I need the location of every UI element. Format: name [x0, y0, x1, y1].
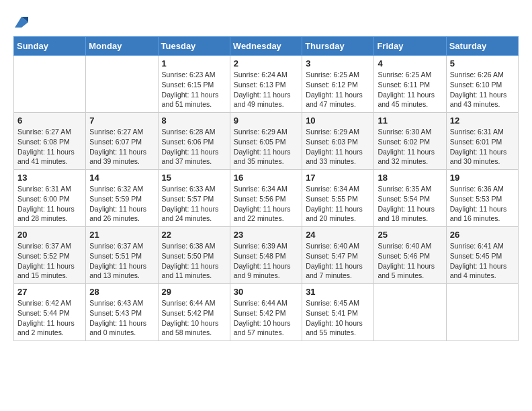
calendar-cell: 25Sunrise: 6:40 AM Sunset: 5:46 PM Dayli…	[374, 227, 446, 284]
calendar-week-row: 6Sunrise: 6:27 AM Sunset: 6:08 PM Daylig…	[14, 113, 519, 170]
calendar-week-row: 13Sunrise: 6:31 AM Sunset: 6:00 PM Dayli…	[14, 170, 519, 227]
calendar-cell: 16Sunrise: 6:34 AM Sunset: 5:56 PM Dayli…	[230, 170, 302, 227]
calendar-cell: 19Sunrise: 6:36 AM Sunset: 5:53 PM Dayli…	[446, 170, 518, 227]
calendar-cell: 4Sunrise: 6:25 AM Sunset: 6:11 PM Daylig…	[374, 56, 446, 113]
day-number: 8	[162, 116, 226, 126]
calendar-cell: 17Sunrise: 6:34 AM Sunset: 5:55 PM Dayli…	[302, 170, 374, 227]
day-number: 19	[450, 173, 515, 183]
day-info: Sunrise: 6:44 AM Sunset: 5:42 PM Dayligh…	[234, 298, 298, 338]
day-info: Sunrise: 6:34 AM Sunset: 5:55 PM Dayligh…	[306, 184, 370, 224]
calendar-body: 1Sunrise: 6:23 AM Sunset: 6:15 PM Daylig…	[14, 56, 519, 341]
day-info: Sunrise: 6:31 AM Sunset: 6:00 PM Dayligh…	[17, 184, 82, 224]
day-info: Sunrise: 6:41 AM Sunset: 5:45 PM Dayligh…	[450, 241, 515, 281]
calendar-cell: 18Sunrise: 6:35 AM Sunset: 5:54 PM Dayli…	[374, 170, 446, 227]
calendar-header-row: SundayMondayTuesdayWednesdayThursdayFrid…	[14, 37, 519, 56]
day-info: Sunrise: 6:30 AM Sunset: 6:02 PM Dayligh…	[378, 127, 442, 167]
calendar-cell: 28Sunrise: 6:43 AM Sunset: 5:43 PM Dayli…	[86, 284, 158, 341]
calendar-table: SundayMondayTuesdayWednesdayThursdayFrid…	[13, 36, 519, 341]
calendar-cell: 27Sunrise: 6:42 AM Sunset: 5:44 PM Dayli…	[14, 284, 86, 341]
day-number: 10	[306, 116, 370, 126]
calendar-day-header: Wednesday	[230, 37, 302, 56]
calendar-cell: 12Sunrise: 6:31 AM Sunset: 6:01 PM Dayli…	[446, 113, 518, 170]
day-number: 12	[450, 116, 515, 126]
calendar-cell: 24Sunrise: 6:40 AM Sunset: 5:47 PM Dayli…	[302, 227, 374, 284]
day-info: Sunrise: 6:44 AM Sunset: 5:42 PM Dayligh…	[162, 298, 226, 338]
day-info: Sunrise: 6:25 AM Sunset: 6:11 PM Dayligh…	[378, 70, 442, 109]
day-number: 31	[306, 287, 370, 297]
day-number: 26	[450, 230, 515, 240]
calendar-cell: 20Sunrise: 6:37 AM Sunset: 5:52 PM Dayli…	[14, 227, 86, 284]
day-info: Sunrise: 6:37 AM Sunset: 5:51 PM Dayligh…	[89, 241, 154, 281]
day-info: Sunrise: 6:37 AM Sunset: 5:52 PM Dayligh…	[17, 241, 82, 281]
day-number: 21	[89, 230, 154, 240]
calendar-cell: 30Sunrise: 6:44 AM Sunset: 5:42 PM Dayli…	[230, 284, 302, 341]
calendar-day-header: Thursday	[302, 37, 374, 56]
calendar-cell: 15Sunrise: 6:33 AM Sunset: 5:57 PM Dayli…	[158, 170, 230, 227]
day-info: Sunrise: 6:28 AM Sunset: 6:06 PM Dayligh…	[162, 127, 226, 167]
calendar-cell: 7Sunrise: 6:27 AM Sunset: 6:07 PM Daylig…	[86, 113, 158, 170]
day-number: 3	[306, 58, 370, 68]
calendar-cell: 22Sunrise: 6:38 AM Sunset: 5:50 PM Dayli…	[158, 227, 230, 284]
day-info: Sunrise: 6:23 AM Sunset: 6:15 PM Dayligh…	[162, 70, 226, 109]
calendar-week-row: 27Sunrise: 6:42 AM Sunset: 5:44 PM Dayli…	[14, 284, 519, 341]
page-header	[13, 13, 519, 30]
calendar-cell: 1Sunrise: 6:23 AM Sunset: 6:15 PM Daylig…	[158, 56, 230, 113]
day-number: 13	[17, 173, 82, 183]
calendar-cell: 14Sunrise: 6:32 AM Sunset: 5:59 PM Dayli…	[86, 170, 158, 227]
calendar-cell: 9Sunrise: 6:29 AM Sunset: 6:05 PM Daylig…	[230, 113, 302, 170]
calendar-cell: 13Sunrise: 6:31 AM Sunset: 6:00 PM Dayli…	[14, 170, 86, 227]
calendar-cell: 31Sunrise: 6:45 AM Sunset: 5:41 PM Dayli…	[302, 284, 374, 341]
calendar-cell: 26Sunrise: 6:41 AM Sunset: 5:45 PM Dayli…	[446, 227, 518, 284]
logo	[13, 13, 28, 30]
day-number: 5	[450, 58, 515, 68]
day-info: Sunrise: 6:42 AM Sunset: 5:44 PM Dayligh…	[17, 298, 82, 338]
calendar-day-header: Sunday	[14, 37, 86, 56]
calendar-cell: 8Sunrise: 6:28 AM Sunset: 6:06 PM Daylig…	[158, 113, 230, 170]
day-info: Sunrise: 6:32 AM Sunset: 5:59 PM Dayligh…	[89, 184, 154, 224]
day-info: Sunrise: 6:29 AM Sunset: 6:05 PM Dayligh…	[234, 127, 298, 167]
day-info: Sunrise: 6:39 AM Sunset: 5:48 PM Dayligh…	[234, 241, 298, 281]
day-info: Sunrise: 6:40 AM Sunset: 5:46 PM Dayligh…	[378, 241, 442, 281]
day-number: 17	[306, 173, 370, 183]
day-info: Sunrise: 6:31 AM Sunset: 6:01 PM Dayligh…	[450, 127, 515, 167]
day-number: 2	[234, 58, 298, 68]
day-info: Sunrise: 6:29 AM Sunset: 6:03 PM Dayligh…	[306, 127, 370, 167]
day-number: 9	[234, 116, 298, 126]
day-info: Sunrise: 6:35 AM Sunset: 5:54 PM Dayligh…	[378, 184, 442, 224]
calendar-cell: 5Sunrise: 6:26 AM Sunset: 6:10 PM Daylig…	[446, 56, 518, 113]
calendar-day-header: Friday	[374, 37, 446, 56]
day-number: 24	[306, 230, 370, 240]
calendar-cell: 2Sunrise: 6:24 AM Sunset: 6:13 PM Daylig…	[230, 56, 302, 113]
day-number: 30	[234, 287, 298, 297]
calendar-cell: 11Sunrise: 6:30 AM Sunset: 6:02 PM Dayli…	[374, 113, 446, 170]
day-number: 28	[89, 287, 154, 297]
day-number: 7	[89, 116, 154, 126]
day-number: 6	[17, 116, 82, 126]
calendar-cell: 6Sunrise: 6:27 AM Sunset: 6:08 PM Daylig…	[14, 113, 86, 170]
day-info: Sunrise: 6:25 AM Sunset: 6:12 PM Dayligh…	[306, 70, 370, 109]
day-number: 1	[162, 58, 226, 68]
calendar-week-row: 20Sunrise: 6:37 AM Sunset: 5:52 PM Dayli…	[14, 227, 519, 284]
day-info: Sunrise: 6:34 AM Sunset: 5:56 PM Dayligh…	[234, 184, 298, 224]
calendar-cell	[14, 56, 86, 113]
day-number: 15	[162, 173, 226, 183]
day-number: 18	[378, 173, 442, 183]
day-number: 14	[89, 173, 154, 183]
calendar-day-header: Saturday	[446, 37, 518, 56]
day-number: 29	[162, 287, 226, 297]
day-number: 22	[162, 230, 226, 240]
day-info: Sunrise: 6:24 AM Sunset: 6:13 PM Dayligh…	[234, 70, 298, 109]
logo-icon	[15, 17, 28, 28]
calendar-day-header: Monday	[86, 37, 158, 56]
calendar-day-header: Tuesday	[158, 37, 230, 56]
day-info: Sunrise: 6:27 AM Sunset: 6:07 PM Dayligh…	[89, 127, 154, 167]
calendar-cell: 23Sunrise: 6:39 AM Sunset: 5:48 PM Dayli…	[230, 227, 302, 284]
day-number: 20	[17, 230, 82, 240]
day-info: Sunrise: 6:38 AM Sunset: 5:50 PM Dayligh…	[162, 241, 226, 281]
day-number: 25	[378, 230, 442, 240]
day-info: Sunrise: 6:26 AM Sunset: 6:10 PM Dayligh…	[450, 70, 515, 109]
day-info: Sunrise: 6:40 AM Sunset: 5:47 PM Dayligh…	[306, 241, 370, 281]
day-info: Sunrise: 6:33 AM Sunset: 5:57 PM Dayligh…	[162, 184, 226, 224]
calendar-week-row: 1Sunrise: 6:23 AM Sunset: 6:15 PM Daylig…	[14, 56, 519, 113]
day-info: Sunrise: 6:45 AM Sunset: 5:41 PM Dayligh…	[306, 298, 370, 338]
